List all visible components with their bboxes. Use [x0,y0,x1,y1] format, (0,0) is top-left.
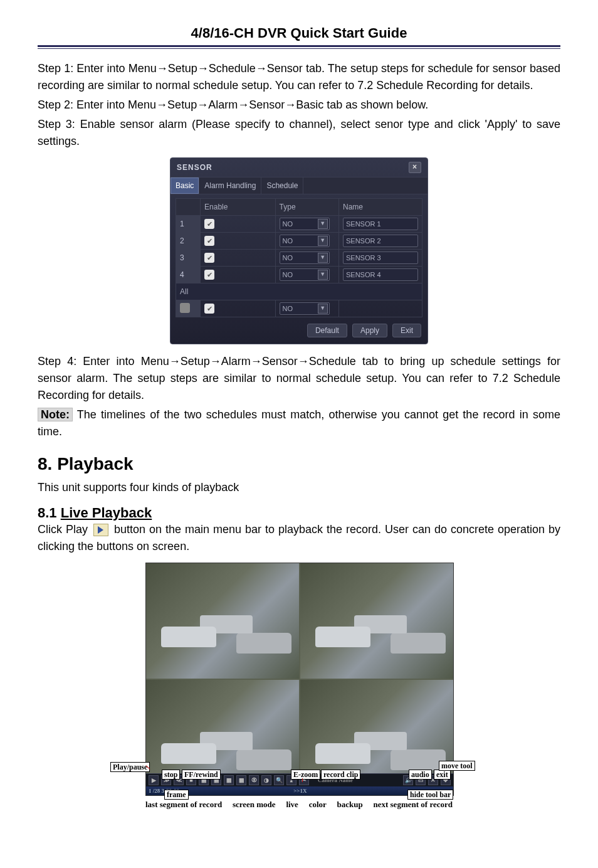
default-button[interactable]: Default [307,324,347,337]
table-all-label-row: All [176,283,422,300]
chevron-down-icon: ▼ [318,304,328,314]
enable-checkbox[interactable]: ✔ [204,236,214,246]
playback-figure: ▶ ≫ ≪ ■ ▦ ▦ ▦ ▦ ⦿ ◑ 🔍 ⤓ ✂ Camera Name 🔊 … [145,563,453,810]
all-label: All [176,283,422,300]
section-8-intro: This unit supports four kinds of playbac… [38,479,560,496]
step4-text: Step 4: Enter into Menu→Setup→Alarm→Sens… [38,353,560,404]
row-ch: 3 [176,250,201,267]
label-live: live [286,800,298,810]
chevron-down-icon: ▼ [318,253,328,263]
row-enable-cell: ✔ [201,216,276,233]
col-header-ch [176,199,201,216]
col-header-enable: Enable [201,199,276,216]
live-icon[interactable]: ⦿ [249,775,259,785]
type-select[interactable]: NO▼ [280,235,330,247]
dialog-tabs: Basic Alarm Handling Schedule [170,177,428,194]
note-label: Note: [38,408,73,421]
table-header-row: Enable Type Name [176,199,422,216]
all-master-checkbox[interactable] [180,303,190,313]
row-ch: 4 [176,267,201,283]
dialog-titlebar: SENSOR × [170,158,428,177]
camera-view-2 [300,563,453,679]
name-input[interactable]: SENSOR 3 [343,251,418,264]
table-row: 2 ✔ NO▼ SENSOR 2 [176,233,422,250]
chevron-down-icon: ▼ [318,270,328,280]
dialog-body: Enable Type Name 1 ✔ NO▼ SENSOR 1 2 ✔ NO… [170,194,428,320]
table-row: 1 ✔ NO▼ SENSOR 1 [176,216,422,233]
screen-mode-icon[interactable]: ▦ [236,775,246,785]
row-ch: 1 [176,216,201,233]
tab-schedule[interactable]: Schedule [261,177,303,194]
label-ff-rewind: FF/rewind [182,770,221,780]
row-ch: 2 [176,233,201,250]
name-input[interactable]: SENSOR 1 [343,218,418,230]
header-rule-thick [38,45,560,47]
label-move-tool: move tool [439,761,475,771]
label-color: color [309,800,327,810]
enable-checkbox[interactable]: ✔ [204,253,214,263]
header-rule-thin [38,48,560,49]
color-icon[interactable]: ◑ [261,775,271,785]
sensor-table: Enable Type Name 1 ✔ NO▼ SENSOR 1 2 ✔ NO… [176,198,422,317]
type-select[interactable]: NO▼ [280,268,330,281]
playback-screen: ▶ ≫ ≪ ■ ▦ ▦ ▦ ▦ ⦿ ◑ 🔍 ⤓ ✂ Camera Name 🔊 … [145,563,454,796]
dialog-footer: Default Apply Exit [170,320,428,344]
section-8-1-title: 8.1 Live Playback [38,505,560,521]
label-next-segment: next segment of record [373,800,452,810]
section-8-title: 8. Playback [38,454,560,474]
label-backup: backup [337,800,363,810]
step3-text: Step 3: Enable sensor alarm (Please spec… [38,116,560,150]
row-type-cell: NO▼ [275,216,338,233]
note-body: The timelines of the two schedules must … [38,408,560,438]
table-all-row: ✔ NO▼ [176,300,422,317]
enable-checkbox[interactable]: ✔ [204,219,214,229]
all-enable-checkbox[interactable]: ✔ [204,304,214,314]
label-frame: frame [164,790,189,800]
sensor-dialog: SENSOR × Basic Alarm Handling Schedule E… [170,157,428,344]
name-input[interactable]: SENSOR 2 [343,235,418,247]
close-icon[interactable]: × [409,162,421,173]
enable-checkbox[interactable]: ✔ [204,270,214,280]
label-hide-toolbar: hide tool bar [407,790,453,800]
table-row: 3 ✔ NO▼ SENSOR 3 [176,250,422,267]
exit-button[interactable]: Exit [392,324,421,337]
table-row: 4 ✔ NO▼ SENSOR 4 [176,267,422,283]
type-select[interactable]: NO▼ [280,218,330,230]
chevron-down-icon: ▼ [318,236,328,246]
note-text: Note: The timelines of the two schedules… [38,406,560,440]
apply-button[interactable]: Apply [352,324,387,337]
label-play-pause: Play/pause [110,762,150,772]
step2-text: Step 2: Enter into Menu→Setup→Alarm→Sens… [38,97,560,114]
screen-mode-icon[interactable]: ▦ [224,775,234,785]
row-name-cell: SENSOR 1 [339,216,422,233]
label-audio: audio [409,770,432,780]
play-icon [93,524,108,536]
label-stop: stop [162,770,180,780]
all-type-select[interactable]: NO▼ [280,302,330,315]
page-header-title: 4/8/16-CH DVR Quick Start Guide [38,25,560,41]
tab-basic[interactable]: Basic [170,177,199,194]
all-ch [176,300,201,317]
label-screen-mode: screen mode [233,800,276,810]
col-header-type: Type [275,199,338,216]
name-input[interactable]: SENSOR 4 [343,268,418,281]
type-select[interactable]: NO▼ [280,251,330,264]
section-8-1-body: Click Play button on the main menu bar t… [38,521,560,555]
dialog-title: SENSOR [177,163,212,172]
label-record-clip: record clip [321,770,360,780]
speed-label: >>1X [293,786,307,795]
step1-text: Step 1: Enter into Menu→Setup→Schedule→S… [38,60,560,94]
labels-below: last segment of record screen mode live … [145,800,453,810]
label-last-segment: last segment of record [145,800,222,810]
ezoom-icon[interactable]: 🔍 [274,775,284,785]
label-exit: exit [434,770,451,780]
camera-view-1 [146,563,299,679]
label-ezoom: E-zoom [291,770,320,780]
play-pause-icon[interactable]: ▶ [149,775,159,785]
tab-alarm-handling[interactable]: Alarm Handling [199,177,261,194]
chevron-down-icon: ▼ [318,219,328,229]
col-header-name: Name [339,199,422,216]
